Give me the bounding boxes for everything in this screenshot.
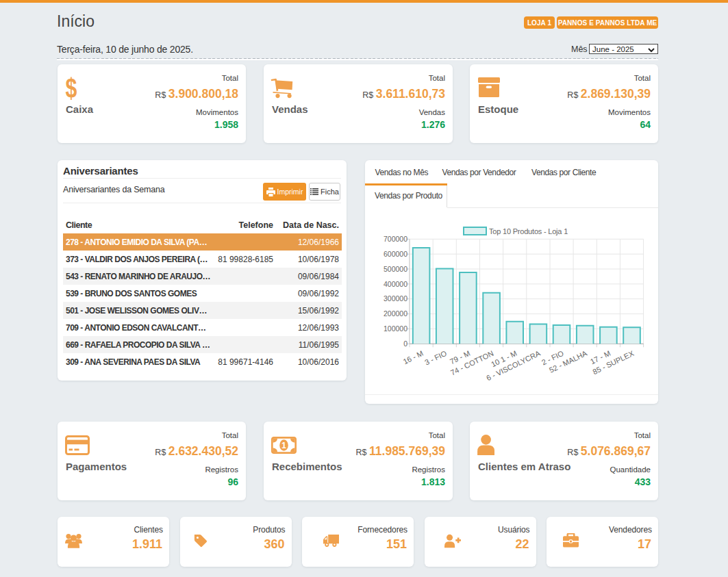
svg-text:Top 10 Produtos - Loja 1: Top 10 Produtos - Loja 1 xyxy=(489,227,568,235)
svg-text:700000: 700000 xyxy=(384,235,407,243)
svg-text:100000: 100000 xyxy=(384,324,407,333)
svg-text:$: $ xyxy=(66,75,77,102)
svg-text:1: 1 xyxy=(281,441,286,450)
svg-text:400000: 400000 xyxy=(384,280,407,288)
svg-text:3 - FIO: 3 - FIO xyxy=(423,349,448,367)
svg-text:16 - M: 16 - M xyxy=(402,349,425,366)
svg-text:200000: 200000 xyxy=(384,309,407,318)
svg-text:600000: 600000 xyxy=(384,250,407,258)
svg-text:0: 0 xyxy=(403,339,407,348)
svg-text:500000: 500000 xyxy=(384,265,407,273)
svg-text:300000: 300000 xyxy=(384,294,407,303)
